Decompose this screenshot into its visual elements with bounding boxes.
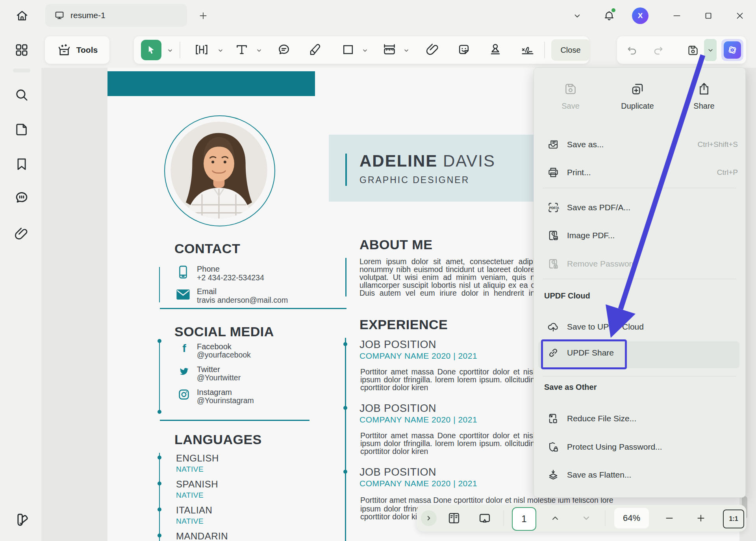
menu-item-save-as-flatten[interactable]: Save as Flatten... [539,464,748,486]
zoom-in-button[interactable] [693,513,709,524]
experience-heading: EXPERIENCE [359,317,448,332]
presenter-mode-button[interactable] [475,509,494,528]
measure-tool-button[interactable] [380,40,399,59]
home-button[interactable] [13,6,32,25]
menu-item-reduce-file-size[interactable]: Reduce File Size... [539,408,748,430]
job-company: COMPANY NAME 2020 | 2021 [359,351,477,361]
experience-dot [343,342,347,346]
sidebar-item-swatches[interactable] [9,507,34,532]
avatar-letter: X [638,11,643,20]
remove-password-icon [547,257,560,270]
select-cursor-icon [145,44,157,56]
sidebar-item-comments[interactable] [9,185,34,210]
menu-item-remove-password[interactable]: Remove Password [539,253,748,275]
maximize-button[interactable] [700,10,717,21]
menu-section-updf-cloud: UPDF Cloud [544,291,590,300]
sidebar-item-search[interactable] [9,82,34,107]
notification-dot [611,8,615,12]
zoom-level-input[interactable]: 64% [614,508,649,528]
job-line: cporttitor dolor kiren [360,383,428,392]
email-label: Email [197,287,217,296]
thumbnails-icon [447,511,461,526]
undo-button[interactable] [624,43,640,58]
social-name: Instagram [197,388,232,397]
actual-size-button[interactable]: 1:1 [723,510,744,528]
shape-tool-dropdown[interactable] [359,45,371,56]
redo-button[interactable] [650,43,666,58]
menu-item-save-as-pdfa[interactable]: PDF/A Save as PDF/A... [539,196,748,219]
menu-item-label: Reduce File Size... [567,414,636,423]
heading-tool-button[interactable] [192,40,211,59]
text-icon [234,42,250,57]
document-tab[interactable]: resume-1 [45,4,187,27]
menu-item-label: Image PDF... [567,231,615,240]
page-number-input[interactable]: 1 [512,507,536,531]
previous-page-button[interactable] [547,513,563,524]
menu-item-protect-using-password[interactable]: Protect Using Password... [539,436,748,458]
menu-item-label: Protect Using Password... [567,442,662,452]
comment-icon [13,189,30,206]
minimize-button[interactable] [669,10,685,21]
menu-item-save-as[interactable]: Save as... Ctrl+Shift+S [539,133,748,156]
minimize-icon [672,11,682,21]
expand-panel-button[interactable] [421,510,437,526]
stamp-tool-button[interactable] [486,40,505,59]
toolbar-divider [180,42,180,58]
save-as-icon [547,138,560,151]
comment-bubble-icon [276,42,292,57]
menu-divider [543,188,736,188]
paperclip-icon [425,42,441,57]
comment-tool-button[interactable] [274,40,293,59]
close-window-button[interactable] [732,10,748,21]
measure-tool-dropdown[interactable] [401,45,412,56]
save-dropdown-button[interactable] [705,44,716,56]
select-tool-dropdown[interactable] [165,45,176,56]
tools-menu-button[interactable]: Tools [45,36,109,64]
facebook-icon: f [178,341,191,355]
titlebar-chevron-button[interactable] [571,10,584,21]
redo-icon [652,44,665,57]
about-line: volutpat. Ut wisi enim ad minim veniam, … [359,273,535,282]
new-tab-button[interactable] [196,10,210,21]
attachment-icon [13,226,30,242]
signature-tool-button[interactable] [518,40,537,59]
save-button[interactable] [684,42,702,59]
apps-grid-icon [13,42,30,58]
about-line: Duis autem vel eum iriure dolor in hendr… [359,289,535,297]
menu-action-share[interactable]: Share [686,81,722,111]
maximize-icon [703,11,713,21]
menu-action-duplicate[interactable]: Duplicate [620,81,655,111]
close-edit-button[interactable]: Close [551,39,590,61]
page-thumbnails-button[interactable] [445,509,463,528]
resume-header-bar [107,71,315,96]
menu-item-save-to-updf-cloud[interactable]: Save to UPDF Cloud [539,316,748,338]
menu-action-label: Share [693,102,714,111]
ai-assistant-button[interactable] [721,39,743,61]
page-number: 1 [521,513,526,524]
shape-tool-button[interactable] [339,40,358,59]
menu-item-updf-share[interactable]: UPDF Share [539,342,748,364]
signature-icon [520,42,536,57]
chevron-down-icon [572,11,582,21]
bottombar-divider [503,510,504,526]
highlighter-tool-button[interactable] [306,40,325,59]
menu-item-image-pdf[interactable]: Image PDF... [539,224,748,246]
sidebar-item-apps[interactable] [9,37,34,63]
text-tool-dropdown[interactable] [254,45,265,56]
sidebar-item-pages[interactable] [9,117,34,142]
heading-tool-dropdown[interactable] [215,45,226,56]
menu-action-save[interactable]: Save [553,81,588,111]
text-tool-button[interactable] [232,40,251,59]
zoom-out-button[interactable] [662,513,677,524]
notifications-button[interactable] [602,8,617,24]
avatar[interactable]: X [632,7,649,24]
select-tool-button[interactable] [141,40,161,60]
social-heading: SOCIAL MEDIA [174,324,274,339]
sticker-tool-button[interactable] [454,40,473,59]
next-page-button[interactable] [578,513,594,524]
menu-item-print[interactable]: Print... Ctrl+P [539,161,748,183]
sidebar-item-attachments[interactable] [9,221,34,246]
sidebar-item-bookmarks[interactable] [9,152,34,177]
attachment-tool-button[interactable] [423,40,442,59]
home-icon [15,9,29,23]
